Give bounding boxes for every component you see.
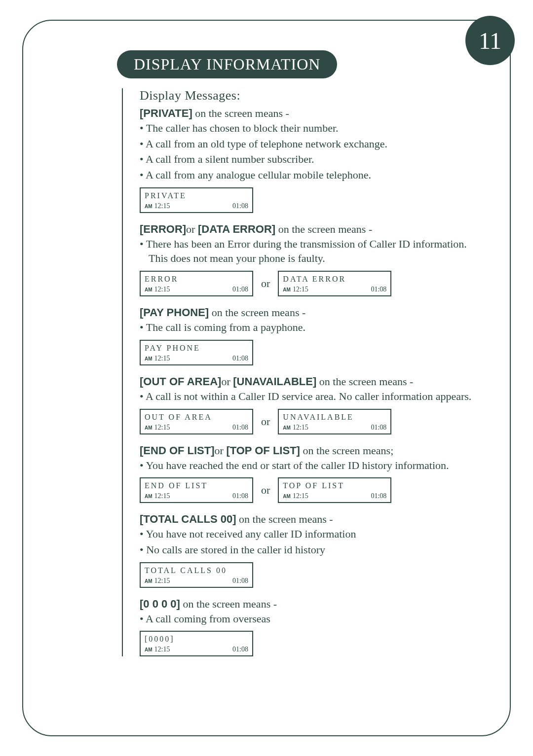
lcd-dur: 01:08 bbox=[232, 577, 248, 585]
section-zeros: [0 0 0 0] on the screen means - A call c… bbox=[140, 598, 475, 657]
section-out-of-area: [OUT OF AREA]or [UNAVAILABLE] on the scr… bbox=[140, 375, 475, 434]
suffix: on the screen means - bbox=[316, 375, 413, 388]
lcd-label: TOTAL CALLS 00 bbox=[145, 566, 248, 575]
msg-line: [TOTAL CALLS 00] on the screen means - bbox=[140, 513, 475, 526]
lcd-timebar: AM12:15 01:08 bbox=[145, 424, 248, 432]
lcd-label: [0000] bbox=[145, 635, 248, 644]
lcd-out-of-area: OUT OF AREA AM12:15 01:08 bbox=[140, 409, 253, 434]
lcd-time: 12:15 bbox=[154, 424, 170, 431]
lcd-dur: 01:08 bbox=[232, 286, 248, 293]
msg-line: [OUT OF AREA]or [UNAVAILABLE] on the scr… bbox=[140, 375, 475, 388]
lcd-end-of-list: END OF LIST AM12:15 01:08 bbox=[140, 477, 253, 503]
lcd-total-calls: TOTAL CALLS 00 AM12:15 01:08 bbox=[140, 562, 253, 588]
lcd-am: AM bbox=[145, 425, 152, 431]
bullet: A call from an old type of telephone net… bbox=[140, 137, 475, 151]
bullet: A call from any analogue cellular mobile… bbox=[140, 168, 475, 182]
bullet: A call is not within a Caller ID service… bbox=[140, 389, 475, 404]
page-number-badge: 11 bbox=[465, 16, 515, 65]
section-heading: Display Messages: bbox=[140, 88, 475, 103]
page-frame: 11 DISPLAY INFORMATION Display Messages:… bbox=[22, 20, 511, 736]
tag-out-of-area: [OUT OF AREA] bbox=[140, 375, 221, 388]
lcd-am: AM bbox=[145, 287, 152, 292]
lcd-row: END OF LIST AM12:15 01:08 or TOP OF LIST… bbox=[140, 477, 475, 503]
page-title: DISPLAY INFORMATION bbox=[134, 55, 320, 73]
lcd-row: ERROR AM12:15 01:08 or DATA ERROR AM12:1… bbox=[140, 271, 475, 296]
or-separator: or bbox=[261, 484, 270, 497]
lcd-dur: 01:08 bbox=[232, 492, 248, 500]
or-text: or bbox=[186, 223, 195, 235]
lcd-am: AM bbox=[283, 494, 291, 499]
page: 11 DISPLAY INFORMATION Display Messages:… bbox=[0, 0, 533, 756]
lcd-label: DATA ERROR bbox=[283, 275, 386, 284]
lcd-am: AM bbox=[145, 578, 152, 584]
lcd-time: 12:15 bbox=[293, 492, 308, 500]
title-pill: DISPLAY INFORMATION bbox=[117, 50, 337, 78]
lcd-dur: 01:08 bbox=[371, 492, 386, 500]
lcd-time: 12:15 bbox=[293, 424, 308, 431]
lcd-time: 12:15 bbox=[154, 646, 170, 653]
bullets: A call is not within a Caller ID service… bbox=[140, 389, 475, 404]
lcd-left: AM12:15 bbox=[145, 202, 170, 210]
suffix: on the screen means - bbox=[209, 306, 305, 319]
bullets: There has been an Error during the trans… bbox=[140, 237, 475, 266]
lcd-left: AM12:15 bbox=[283, 424, 308, 432]
lcd-timebar: AM12:15 01:08 bbox=[145, 646, 248, 653]
lcd-am: AM bbox=[283, 287, 291, 292]
lcd-dur: 01:08 bbox=[232, 202, 248, 210]
lcd-time: 12:15 bbox=[293, 286, 308, 293]
msg-line: [PAY PHONE] on the screen means - bbox=[140, 306, 475, 319]
section-total-calls: [TOTAL CALLS 00] on the screen means - Y… bbox=[140, 513, 475, 587]
suffix: on the screen means - bbox=[236, 513, 333, 525]
lcd-row: TOTAL CALLS 00 AM12:15 01:08 bbox=[140, 562, 475, 588]
bullet: You have not received any caller ID info… bbox=[140, 527, 475, 541]
msg-line: [END OF LIST]or [TOP OF LIST] on the scr… bbox=[140, 444, 475, 457]
bullets: The caller has chosen to block their num… bbox=[140, 121, 475, 182]
lcd-timebar: AM12:15 01:08 bbox=[283, 492, 386, 500]
lcd-left: AM12:15 bbox=[145, 646, 170, 653]
lcd-am: AM bbox=[145, 204, 152, 209]
lcd-top-of-list: TOP OF LIST AM12:15 01:08 bbox=[278, 477, 391, 503]
section-private: [PRIVATE] on the screen means - The call… bbox=[140, 107, 475, 213]
bullet: The caller has chosen to block their num… bbox=[140, 121, 475, 136]
lcd-left: AM12:15 bbox=[145, 355, 170, 362]
or-text: or bbox=[215, 444, 224, 457]
lcd-dur: 01:08 bbox=[371, 424, 386, 432]
lcd-unavailable: UNAVAILABLE AM12:15 01:08 bbox=[278, 409, 391, 434]
suffix: on the screen means - bbox=[180, 598, 277, 610]
page-number: 11 bbox=[479, 27, 501, 54]
or-text: or bbox=[221, 375, 230, 388]
bullet: No calls are stored in the caller id his… bbox=[140, 542, 475, 557]
lcd-timebar: AM12:15 01:08 bbox=[145, 355, 248, 362]
lcd-dur: 01:08 bbox=[232, 646, 248, 653]
lcd-private: PRIVATE AM12:15 01:08 bbox=[140, 187, 253, 213]
lcd-timebar: AM12:15 01:08 bbox=[283, 286, 386, 293]
lcd-am: AM bbox=[145, 647, 152, 652]
or-separator: or bbox=[261, 277, 270, 290]
lcd-am: AM bbox=[283, 425, 291, 431]
bullets: The call is coming from a payphone. bbox=[140, 320, 475, 335]
lcd-data-error: DATA ERROR AM12:15 01:08 bbox=[278, 271, 391, 296]
lcd-row: PAY PHONE AM12:15 01:08 bbox=[140, 340, 475, 365]
lcd-timebar: AM12:15 01:08 bbox=[145, 577, 248, 585]
tag-top-of-list: [TOP OF LIST] bbox=[226, 444, 300, 457]
lcd-left: AM12:15 bbox=[145, 286, 170, 293]
tag-data-error: [DATA ERROR] bbox=[198, 223, 275, 235]
bullet: A call coming from overseas bbox=[140, 612, 475, 626]
lcd-left: AM12:15 bbox=[283, 286, 308, 293]
msg-line: [ERROR]or [DATA ERROR] on the screen mea… bbox=[140, 223, 475, 236]
tag-pay-phone: [PAY PHONE] bbox=[140, 306, 209, 319]
lcd-am: AM bbox=[145, 356, 152, 361]
lcd-zeros: [0000] AM12:15 01:08 bbox=[140, 631, 253, 656]
lcd-time: 12:15 bbox=[154, 355, 170, 362]
tag-zeros: [0 0 0 0] bbox=[140, 598, 180, 610]
lcd-timebar: AM12:15 01:08 bbox=[145, 492, 248, 500]
lcd-dur: 01:08 bbox=[232, 424, 248, 432]
msg-line: [PRIVATE] on the screen means - bbox=[140, 107, 475, 120]
tag-total-calls: [TOTAL CALLS 00] bbox=[140, 513, 236, 525]
lcd-time: 12:15 bbox=[154, 202, 170, 210]
tag-private: [PRIVATE] bbox=[140, 107, 192, 119]
section-pay-phone: [PAY PHONE] on the screen means - The ca… bbox=[140, 306, 475, 365]
lcd-row: PRIVATE AM12:15 01:08 bbox=[140, 187, 475, 213]
bullet: A call from a silent number subscriber. bbox=[140, 152, 475, 167]
lcd-row: [0000] AM12:15 01:08 bbox=[140, 631, 475, 656]
